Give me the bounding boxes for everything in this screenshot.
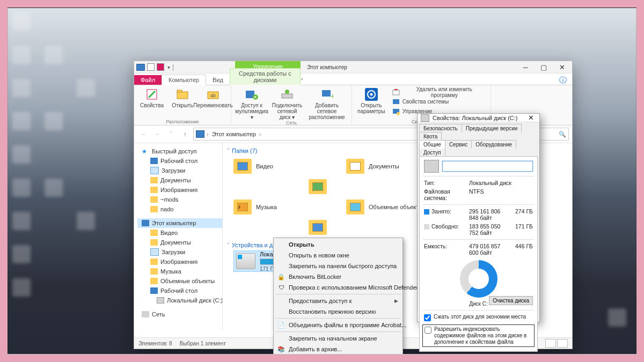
- svg-text:+: +: [331, 92, 333, 100]
- quick-access-toolbar: ▾ │: [135, 63, 175, 71]
- ribbon-properties[interactable]: Свойства: [136, 86, 168, 108]
- folder-item[interactable]: Объемные объекты: [346, 197, 427, 217]
- ribbon-rename[interactable]: abПереименовать: [197, 86, 229, 108]
- desktop-shortcut: [77, 212, 95, 230]
- ribbon-collapse-icon[interactable]: ˄: [301, 78, 304, 85]
- context-menu-item[interactable]: Закрепить на начальном экране: [275, 333, 401, 344]
- search-icon: 🔍: [559, 131, 566, 138]
- value-free-gb: 171 ГБ: [510, 223, 533, 236]
- nav-recent-button[interactable]: ˅: [165, 128, 177, 140]
- drive-icon: [421, 114, 429, 122]
- dialog-body: Тип:Локальный диск Файловая система:NTFS…: [419, 156, 538, 352]
- ribbon-system-properties[interactable]: Свойства системы: [391, 97, 487, 106]
- index-checkbox[interactable]: [425, 327, 431, 334]
- tab-hardware[interactable]: Оборудование: [471, 140, 516, 149]
- tab-previous-versions[interactable]: Предыдущие версии: [462, 124, 522, 132]
- nav-desktop2[interactable]: Рабочий стол: [137, 286, 222, 295]
- desktop-shortcut: [12, 145, 31, 164]
- context-menu-item[interactable]: 🛡Проверка с использованием Microsoft Def…: [275, 282, 401, 293]
- submenu-arrow-icon: ▶: [394, 298, 398, 304]
- tab-tools[interactable]: Сервис: [445, 140, 472, 149]
- tab-security[interactable]: Безопасность: [419, 124, 462, 132]
- desktop-shortcut: [45, 112, 63, 130]
- svg-rect-14: [393, 90, 399, 95]
- ribbon-open-settings[interactable]: Открыть параметры: [355, 86, 387, 114]
- dialog-close-button[interactable]: ✕: [526, 114, 536, 122]
- context-menu-item[interactable]: Восстановить прежнюю версию: [275, 306, 401, 317]
- nav-network[interactable]: Сеть: [137, 309, 222, 319]
- ribbon-tabs: Файл Компьютер Вид Средства работы с дис…: [134, 73, 572, 85]
- window-titlebar[interactable]: ▾ │ Управление Этот компьютер ─ ▢ ✕: [134, 61, 572, 73]
- ribbon-media-access[interactable]: Доступ к мультимедиа ▾: [236, 86, 268, 120]
- tab-general[interactable]: Общие: [419, 140, 445, 149]
- breadcrumb-segment[interactable]: Этот компьютер: [211, 131, 257, 137]
- nav-c-drive[interactable]: Локальный диск (C:): [137, 295, 222, 305]
- folder-item[interactable]: ♪Музыка: [233, 197, 314, 217]
- context-menu-item[interactable]: Открыть в новом окне: [275, 250, 401, 261]
- svg-text:ab: ab: [210, 93, 216, 98]
- value-used-gb: 274 ГБ: [510, 208, 533, 221]
- nav-up-button[interactable]: ↑: [179, 128, 191, 140]
- tab-view[interactable]: Вид: [206, 75, 230, 85]
- context-menu-item[interactable]: Предоставить доступ к▶: [275, 295, 401, 306]
- desktop-shortcut: [12, 79, 31, 97]
- dialog-tabs: Безопасность Предыдущие версии Квота Общ…: [418, 122, 539, 156]
- folder-item[interactable]: Видео: [233, 156, 314, 176]
- nav-forward-button[interactable]: →: [151, 128, 163, 140]
- disk-cleanup-button[interactable]: Очистка диска: [489, 296, 533, 305]
- nav-downloads2[interactable]: Загрузки: [137, 247, 222, 257]
- drive-label-input[interactable]: [442, 161, 533, 172]
- qat-button[interactable]: [157, 63, 164, 71]
- context-menu-item[interactable]: 📚Добавить в архив...: [275, 344, 401, 354]
- tab-sharing[interactable]: Доступ: [419, 148, 445, 157]
- ribbon-map-drive[interactable]: Подключить сетевой диск ▾: [271, 86, 303, 120]
- desktop-shortcut: [12, 245, 31, 263]
- tab-computer[interactable]: Компьютер: [162, 75, 206, 85]
- folder-item-cut[interactable]: [309, 217, 389, 238]
- context-menu-item[interactable]: 📄Объединить файлы в программе Acrobat...: [275, 320, 401, 330]
- nav-downloads[interactable]: Загрузки: [137, 166, 222, 175]
- nav-desktop[interactable]: Рабочий стол: [137, 156, 222, 166]
- qat-overflow-icon[interactable]: ▾ │: [166, 64, 175, 70]
- nav-pictures[interactable]: Изображения: [137, 185, 222, 195]
- nav-documents2[interactable]: Документы: [137, 238, 222, 247]
- nav-quick-access[interactable]: ★Быстрый доступ: [137, 146, 222, 156]
- ribbon-add-network-location[interactable]: +Добавить сетевое расположение: [306, 86, 347, 120]
- value-capacity-bytes: 479 016 857 600 байт: [469, 243, 510, 256]
- help-icon[interactable]: ⓘ: [557, 75, 569, 85]
- nav-back-button[interactable]: ←: [137, 128, 149, 140]
- folder-item[interactable]: Документы: [346, 156, 427, 176]
- tab-file[interactable]: Файл: [134, 75, 162, 85]
- compress-checkbox-row[interactable]: Сжать этот диск для экономии места: [424, 314, 533, 321]
- value-used-bytes: 295 161 806 848 байт: [469, 208, 510, 221]
- ribbon-uninstall-program[interactable]: Удалить или изменить программу: [391, 87, 487, 97]
- ribbon-open[interactable]: Открыть: [171, 86, 194, 108]
- index-checkbox-row[interactable]: Разрешить индексировать содержимое файло…: [425, 326, 532, 345]
- view-switcher[interactable]: [545, 339, 568, 348]
- nav-video[interactable]: Видео: [137, 228, 222, 238]
- dialog-titlebar[interactable]: Свойства: Локальный диск (C:) ✕: [418, 114, 539, 122]
- qat-button[interactable]: [147, 63, 155, 71]
- nav-3d-objects[interactable]: Объемные объекты: [137, 276, 222, 286]
- nav-mods[interactable]: ~mods: [137, 195, 222, 204]
- nav-documents[interactable]: Документы: [137, 175, 222, 185]
- value-free-bytes: 183 855 050 752 байт: [469, 223, 510, 236]
- ribbon-group-label: Сеть: [286, 120, 297, 125]
- svg-rect-9: [322, 90, 331, 97]
- minimize-button[interactable]: ─: [516, 61, 535, 73]
- nav-this-pc[interactable]: Этот компьютер: [137, 218, 222, 228]
- desktop-shortcut: [45, 179, 63, 197]
- folder-item-cut[interactable]: [309, 176, 389, 197]
- context-menu-item[interactable]: Открыть: [275, 239, 401, 250]
- tab-quota[interactable]: Квота: [419, 132, 442, 141]
- tab-drive-tools[interactable]: Средства работы с дисками: [230, 68, 301, 85]
- svg-rect-15: [393, 99, 399, 104]
- maximize-button[interactable]: ▢: [535, 61, 553, 73]
- nav-pictures2[interactable]: Изображения: [137, 257, 222, 267]
- nav-music[interactable]: Музыка: [137, 267, 222, 276]
- nav-nado[interactable]: nado: [137, 204, 222, 214]
- close-button[interactable]: ✕: [553, 61, 571, 73]
- compress-checkbox[interactable]: [424, 314, 431, 321]
- context-menu-item[interactable]: 🔒Включить BitLocker: [275, 271, 401, 282]
- context-menu-item[interactable]: Закрепить на панели быстрого доступа: [275, 261, 401, 271]
